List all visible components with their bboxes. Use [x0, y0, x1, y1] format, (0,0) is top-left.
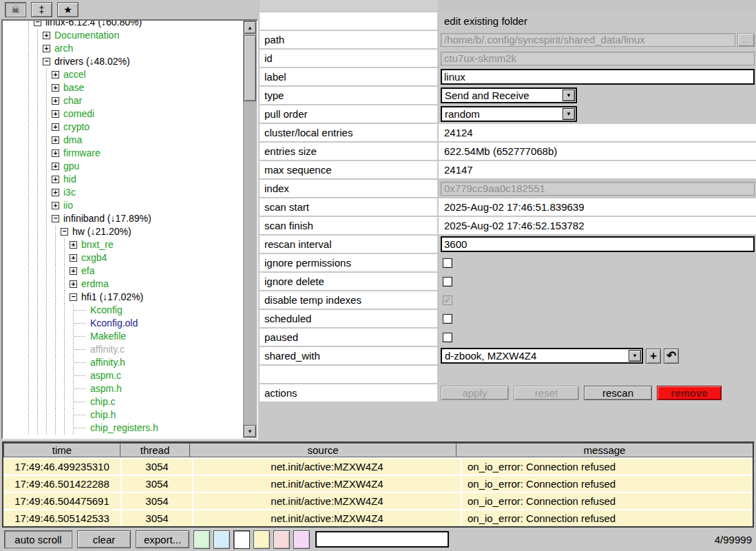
- tree-item[interactable]: Kconfig: [3, 304, 243, 317]
- remove-button[interactable]: remove: [657, 386, 722, 400]
- dropdown-arrow-icon[interactable]: ▼: [563, 90, 575, 101]
- tree-item[interactable]: −hw (↓21.20%): [3, 225, 243, 238]
- tree-guide-line: [64, 264, 65, 278]
- log-row[interactable]: 17:49:46.4992353103054net.init/active:MZ…: [3, 459, 753, 475]
- tree-item[interactable]: +char: [3, 94, 243, 107]
- tree-item[interactable]: +Documentation: [3, 29, 243, 42]
- tree-scrollbar[interactable]: ▲ ▼: [243, 21, 257, 438]
- tree-guide-line: [46, 81, 48, 94]
- tree-item[interactable]: +arch: [3, 42, 243, 55]
- expand-icon[interactable]: +: [70, 241, 77, 249]
- expand-icon[interactable]: +: [52, 71, 59, 79]
- collapse-icon[interactable]: −: [70, 293, 77, 301]
- tree-item[interactable]: −drivers (↓48.02%): [3, 55, 243, 68]
- expand-icon[interactable]: +: [52, 136, 59, 144]
- form-row-actions: actionsapplyresetrescanremove: [260, 384, 756, 402]
- ignore-delete-checkbox[interactable]: [443, 277, 452, 287]
- tree-item[interactable]: −linux-6.12.4 (↓60.80%): [3, 21, 243, 29]
- rescan-interval-input[interactable]: [441, 236, 755, 252]
- log-row[interactable]: 17:49:46.5044756913054net.init/active:MZ…: [3, 493, 753, 509]
- expand-icon[interactable]: +: [52, 110, 59, 118]
- expand-icon[interactable]: +: [43, 45, 50, 52]
- double-dagger-icon-button[interactable]: ‡: [31, 2, 52, 17]
- expand-icon[interactable]: +: [52, 189, 59, 196]
- tree-item[interactable]: +cxgb4: [3, 251, 243, 264]
- expand-icon[interactable]: +: [52, 202, 59, 209]
- tree-item[interactable]: +iio: [3, 199, 243, 212]
- tree-item[interactable]: affinity.h: [3, 356, 243, 369]
- tree-item[interactable]: aspm.h: [3, 382, 243, 395]
- expand-icon[interactable]: +: [70, 254, 77, 262]
- auto-scroll-button[interactable]: auto scroll: [4, 530, 72, 548]
- tree-item[interactable]: +erdma: [3, 278, 243, 291]
- tree-item[interactable]: +crypto: [3, 121, 243, 134]
- scroll-up-arrow-icon[interactable]: ▲: [244, 21, 256, 34]
- collapse-icon[interactable]: −: [43, 58, 50, 65]
- log-level-swatch-trace[interactable]: [193, 530, 210, 549]
- expand-icon[interactable]: +: [52, 97, 59, 105]
- log-header-time: time: [3, 443, 120, 457]
- log-row[interactable]: 17:49:46.5014222883054net.init/active:MZ…: [3, 476, 753, 492]
- scheduled-checkbox[interactable]: [443, 314, 452, 324]
- log-level-swatch-info[interactable]: [233, 530, 250, 549]
- expand-icon[interactable]: +: [52, 176, 59, 183]
- tree-item[interactable]: Makefile: [3, 330, 243, 343]
- tree-item[interactable]: +hid: [3, 173, 243, 186]
- log-level-swatch-warn[interactable]: [253, 530, 270, 549]
- expand-icon[interactable]: +: [43, 32, 50, 39]
- pull-order-select[interactable]: random▼: [441, 106, 577, 122]
- undo-button[interactable]: ↶: [664, 349, 679, 364]
- tree-item[interactable]: chip.h: [3, 408, 243, 422]
- tree-item[interactable]: aspm.c: [3, 369, 243, 382]
- type-select[interactable]: Send and Receive▼: [441, 87, 577, 103]
- form-row-scheduled: scheduled: [260, 310, 756, 327]
- tree-item[interactable]: +i3c: [3, 186, 243, 199]
- tree-item-label: Kconfig: [90, 304, 123, 317]
- skull-icon-button[interactable]: ☠: [5, 2, 26, 17]
- expand-icon[interactable]: +: [52, 84, 59, 92]
- tree-item[interactable]: chip.c: [3, 395, 243, 408]
- tree-item[interactable]: −infiniband (↓17.89%): [3, 212, 243, 225]
- tree-item[interactable]: affinity.c: [3, 343, 243, 356]
- label-input[interactable]: [441, 69, 755, 85]
- tree-item[interactable]: chip_registers.h: [3, 422, 243, 435]
- tree-item[interactable]: −hfi1 (↓17.02%): [3, 291, 243, 304]
- log-level-swatch-critical[interactable]: [293, 530, 310, 549]
- tree-item[interactable]: +comedi: [3, 107, 243, 121]
- export-button[interactable]: export...: [136, 530, 189, 548]
- rescan-button[interactable]: rescan: [584, 386, 652, 400]
- scrollbar-thumb[interactable]: [244, 35, 256, 101]
- log-level-swatch-debug[interactable]: [213, 530, 230, 549]
- log-level-swatch-error[interactable]: [273, 530, 290, 549]
- tree-item[interactable]: +gpu: [3, 160, 243, 173]
- add-device-button[interactable]: +: [646, 349, 661, 364]
- collapse-icon[interactable]: −: [34, 21, 41, 26]
- expand-icon[interactable]: +: [52, 163, 59, 170]
- clear-button[interactable]: clear: [77, 530, 131, 548]
- scroll-down-arrow-icon[interactable]: ▼: [244, 425, 256, 437]
- expand-icon[interactable]: +: [70, 280, 77, 288]
- collapse-icon[interactable]: −: [52, 215, 59, 222]
- shared-with-select[interactable]: d-zbook, MZXW4Z4▼: [441, 348, 643, 364]
- tree-item[interactable]: +dma: [3, 134, 243, 147]
- expand-icon[interactable]: +: [52, 149, 59, 157]
- log-row[interactable]: 17:49:46.5051425333054net.init/active:MZ…: [3, 510, 753, 526]
- dropdown-arrow-icon[interactable]: ▼: [629, 350, 641, 362]
- expand-icon[interactable]: +: [70, 267, 77, 275]
- tree-item[interactable]: +base: [3, 81, 243, 94]
- ignore-permissions-checkbox[interactable]: [443, 258, 452, 268]
- tree-item[interactable]: +firmware: [3, 147, 243, 160]
- log-filter-input[interactable]: [315, 531, 449, 548]
- tree-item[interactable]: +accel: [3, 68, 243, 81]
- tree-guide-line: [46, 238, 48, 251]
- paused-checkbox[interactable]: [443, 333, 452, 342]
- tree-item[interactable]: +bnxt_re: [3, 238, 243, 251]
- tree-guide-line: [46, 199, 48, 212]
- star-icon-button[interactable]: ★: [57, 2, 78, 17]
- tree-guide-line: [28, 121, 30, 134]
- expand-icon[interactable]: +: [52, 123, 59, 131]
- dropdown-arrow-icon[interactable]: ▼: [563, 108, 575, 120]
- collapse-icon[interactable]: −: [61, 228, 68, 236]
- tree-item[interactable]: +efa: [3, 264, 243, 278]
- tree-item[interactable]: Kconfig.old: [3, 317, 243, 330]
